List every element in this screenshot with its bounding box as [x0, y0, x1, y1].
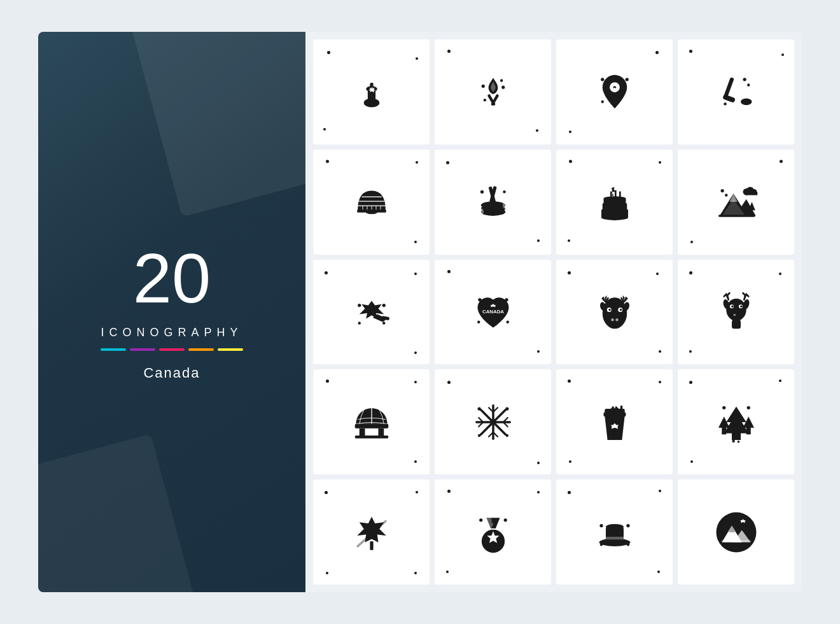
svg-point-9 — [500, 80, 502, 82]
coffee-icon — [592, 400, 637, 444]
maple-horn-icon — [349, 290, 394, 334]
svg-point-117 — [722, 406, 725, 409]
canada-heart-icon: CANADA — [471, 290, 515, 334]
icon-cell-canada-badge[interactable] — [678, 479, 794, 585]
svg-point-13 — [601, 101, 603, 103]
svg-point-76 — [615, 318, 618, 321]
svg-point-106 — [490, 419, 496, 425]
icon-cell-maple-syrup[interactable] — [313, 39, 430, 145]
left-content: 20 ICONOGRAPHY Canada — [101, 243, 243, 381]
icon-grid: CANADA — [305, 32, 802, 592]
svg-rect-15 — [722, 94, 736, 103]
svg-point-18 — [747, 84, 750, 87]
svg-point-127 — [606, 523, 624, 529]
left-panel: 20 ICONOGRAPHY Canada — [38, 32, 305, 592]
icon-cell-reindeer[interactable] — [678, 260, 794, 365]
svg-point-8 — [483, 99, 486, 101]
svg-point-73 — [619, 309, 622, 311]
svg-rect-28 — [357, 209, 386, 212]
color-bar-1 — [101, 348, 126, 351]
svg-point-133 — [716, 512, 756, 552]
svg-point-123 — [479, 518, 482, 521]
color-bar-3 — [159, 348, 185, 351]
svg-point-118 — [746, 406, 750, 409]
svg-rect-114 — [620, 406, 622, 417]
pancakes-icon — [592, 180, 637, 224]
svg-rect-119 — [370, 541, 373, 550]
svg-point-124 — [503, 518, 507, 521]
snowflake-icon — [471, 400, 515, 444]
svg-rect-128 — [606, 537, 624, 539]
svg-point-84 — [731, 305, 734, 308]
svg-point-115 — [732, 439, 734, 442]
observatory-icon — [349, 400, 394, 444]
svg-point-35 — [478, 208, 484, 216]
hat-icon — [592, 510, 637, 555]
lumber-icon — [471, 180, 515, 224]
svg-rect-56 — [718, 215, 755, 217]
svg-text:CANADA: CANADA — [482, 309, 503, 315]
svg-point-129 — [599, 523, 603, 527]
icon-cell-location[interactable] — [556, 39, 673, 145]
reindeer-icon — [714, 290, 759, 334]
color-bar-2 — [130, 348, 155, 351]
svg-point-17 — [743, 78, 746, 82]
svg-point-132 — [626, 543, 629, 546]
icon-cell-igloo[interactable] — [313, 150, 430, 255]
icon-cell-hockey[interactable] — [678, 39, 794, 145]
svg-rect-88 — [732, 320, 741, 329]
icon-cell-coffee[interactable] — [556, 369, 673, 474]
svg-point-34 — [502, 201, 508, 209]
svg-point-49 — [609, 189, 612, 192]
icon-cell-campfire[interactable] — [435, 39, 551, 145]
svg-point-109 — [477, 434, 480, 437]
svg-point-108 — [505, 407, 508, 410]
icon-cell-observatory[interactable] — [313, 369, 430, 474]
svg-point-87 — [733, 314, 736, 316]
main-container: 20 ICONOGRAPHY Canada — [38, 32, 802, 592]
svg-point-116 — [737, 441, 739, 443]
svg-rect-48 — [619, 191, 621, 199]
svg-point-65 — [478, 298, 481, 301]
icon-cell-medal[interactable] — [435, 479, 551, 585]
svg-rect-47 — [615, 190, 617, 199]
svg-point-19 — [724, 103, 726, 105]
svg-point-85 — [740, 305, 743, 308]
svg-point-63 — [382, 322, 385, 324]
svg-point-62 — [358, 322, 360, 324]
hockey-icon — [714, 69, 759, 114]
svg-point-58 — [725, 194, 727, 197]
svg-point-75 — [611, 318, 613, 321]
pine-trees-icon — [714, 400, 759, 444]
svg-rect-46 — [610, 191, 612, 199]
igloo-icon — [349, 180, 394, 224]
icon-cell-maple-horn[interactable] — [313, 260, 430, 365]
svg-rect-134 — [722, 540, 751, 542]
icon-cell-camping[interactable] — [678, 150, 794, 255]
svg-point-12 — [625, 78, 628, 82]
moose-face-icon — [592, 290, 637, 334]
svg-point-6 — [481, 85, 484, 88]
svg-rect-90 — [354, 423, 388, 428]
svg-point-61 — [382, 304, 385, 307]
svg-point-11 — [601, 78, 604, 82]
svg-rect-55 — [745, 192, 757, 195]
icon-cell-maple-leaf[interactable] — [313, 479, 430, 585]
svg-point-7 — [501, 86, 505, 89]
icon-cell-hat[interactable] — [556, 479, 673, 585]
icon-cell-pine-trees[interactable] — [678, 369, 794, 474]
color-bar-5 — [218, 348, 243, 351]
svg-point-66 — [505, 298, 508, 301]
campfire-icon — [471, 69, 515, 114]
icon-cell-canada-heart[interactable]: CANADA — [435, 260, 551, 365]
maple-leaf-icon — [349, 510, 394, 555]
color-bar-4 — [188, 348, 214, 351]
icon-cell-lumber[interactable] — [435, 150, 551, 255]
icon-cell-moose-face[interactable] — [556, 260, 673, 365]
svg-point-51 — [618, 189, 620, 192]
icon-cell-snowflake[interactable] — [435, 369, 551, 474]
svg-rect-93 — [354, 436, 388, 438]
svg-point-57 — [720, 189, 724, 192]
icon-cell-pancakes[interactable] — [556, 150, 673, 255]
svg-point-107 — [477, 407, 480, 410]
